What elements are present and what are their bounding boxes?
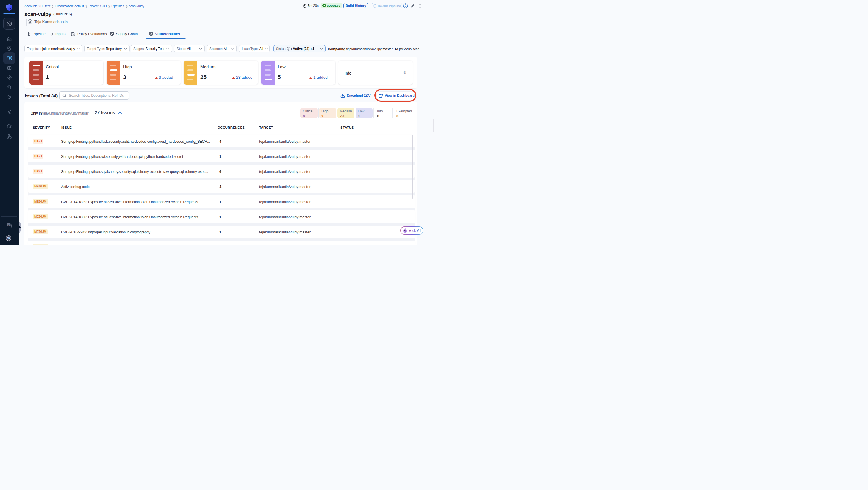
- svg-text:?: ?: [8, 223, 9, 226]
